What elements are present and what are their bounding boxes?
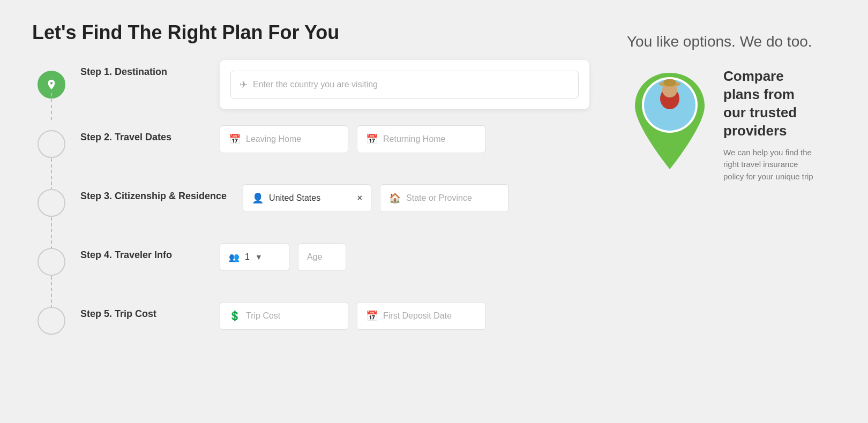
destination-input[interactable]: ✈ Enter the country you are visiting bbox=[230, 71, 579, 99]
step-4-circle bbox=[38, 248, 65, 276]
step-1-row: Step 1. Destination ✈ Enter the country … bbox=[80, 60, 589, 109]
dollar-icon: 💲 bbox=[229, 310, 241, 322]
step-2-fields: 📅 Leaving Home 📅 Returning Home bbox=[220, 125, 589, 153]
step-3-fields: 👤 United States × 🏠 State or Province bbox=[243, 184, 589, 212]
location-icon bbox=[46, 79, 57, 90]
step-2-indicator bbox=[38, 130, 65, 158]
citizenship-input[interactable]: 👤 United States × bbox=[243, 184, 371, 212]
step-1-destination-wrapper: ✈ Enter the country you are visiting bbox=[220, 60, 589, 109]
promo-text-block: Compare plans from our trusted providers… bbox=[723, 67, 820, 183]
calendar-icon-3: 📅 bbox=[366, 310, 378, 322]
step-5-fields: 💲 Trip Cost 📅 First Deposit Date bbox=[220, 302, 589, 330]
promo-pin bbox=[627, 67, 713, 175]
promo-heading: Compare plans from our trusted providers bbox=[723, 67, 820, 140]
first-deposit-date-input[interactable]: 📅 First Deposit Date bbox=[357, 302, 485, 330]
plane-icon: ✈ bbox=[240, 79, 248, 90]
returning-home-placeholder: Returning Home bbox=[383, 134, 446, 144]
step-1-label: Step 1. Destination bbox=[80, 60, 204, 78]
page-title: Let's Find The Right Plan For You bbox=[32, 21, 589, 44]
tagline: You like options. We do too. bbox=[627, 32, 820, 51]
step-5-indicator bbox=[38, 307, 65, 335]
step-2-row: Step 2. Travel Dates 📅 Leaving Home 📅 Re… bbox=[80, 125, 589, 163]
destination-placeholder: Enter the country you are visiting bbox=[253, 80, 378, 89]
state-province-input[interactable]: 🏠 State or Province bbox=[380, 184, 508, 212]
step-4-fields: 👥 1 ▼ Age bbox=[220, 243, 589, 271]
connector-4 bbox=[51, 276, 52, 308]
leaving-home-input[interactable]: 📅 Leaving Home bbox=[220, 125, 348, 153]
travelers-icon: 👥 bbox=[229, 252, 240, 262]
step-5-row: Step 5. Trip Cost 💲 Trip Cost 📅 First De… bbox=[80, 302, 589, 339]
first-deposit-date-placeholder: First Deposit Date bbox=[383, 311, 452, 321]
connector-3 bbox=[51, 217, 52, 250]
pin-person-hat-top bbox=[663, 79, 676, 86]
trip-cost-input[interactable]: 💲 Trip Cost bbox=[220, 302, 348, 330]
traveler-count-select[interactable]: 👥 1 ▼ bbox=[220, 243, 289, 271]
person-icon: 👤 bbox=[252, 192, 264, 204]
leaving-home-placeholder: Leaving Home bbox=[246, 134, 301, 144]
trip-cost-placeholder: Trip Cost bbox=[246, 311, 280, 321]
age-input[interactable]: Age bbox=[298, 243, 346, 271]
step-3-label: Step 3. Citizenship & Residence bbox=[80, 184, 227, 202]
calendar-icon-2: 📅 bbox=[366, 133, 378, 145]
citizenship-clear-button[interactable]: × bbox=[357, 193, 362, 203]
promo-block: Compare plans from our trusted providers… bbox=[627, 67, 820, 183]
building-icon: 🏠 bbox=[389, 192, 401, 204]
step-2-circle bbox=[38, 130, 65, 158]
step-2-label: Step 2. Travel Dates bbox=[80, 125, 204, 143]
age-placeholder: Age bbox=[307, 252, 322, 262]
promo-description: We can help you find the right travel in… bbox=[723, 147, 820, 183]
step-4-indicator bbox=[38, 248, 65, 276]
step-3-indicator bbox=[38, 189, 65, 217]
connector-2 bbox=[51, 158, 52, 191]
pin-svg bbox=[627, 67, 713, 175]
calendar-icon-1: 📅 bbox=[229, 133, 241, 145]
chevron-down-icon: ▼ bbox=[255, 253, 263, 261]
step-5-circle bbox=[38, 307, 65, 335]
step-5-label: Step 5. Trip Cost bbox=[80, 302, 204, 320]
connector-1 bbox=[51, 93, 52, 120]
state-province-placeholder: State or Province bbox=[406, 193, 472, 203]
traveler-count-value: 1 bbox=[245, 252, 250, 262]
right-panel: You like options. We do too. bbox=[611, 21, 836, 402]
step-4-label: Step 4. Traveler Info bbox=[80, 243, 204, 261]
returning-home-input[interactable]: 📅 Returning Home bbox=[357, 125, 485, 153]
step-3-row: Step 3. Citizenship & Residence 👤 United… bbox=[80, 184, 589, 222]
step-3-circle bbox=[38, 189, 65, 217]
step-4-row: Step 4. Traveler Info 👥 1 ▼ Age bbox=[80, 243, 589, 281]
citizenship-value: United States bbox=[269, 193, 320, 203]
